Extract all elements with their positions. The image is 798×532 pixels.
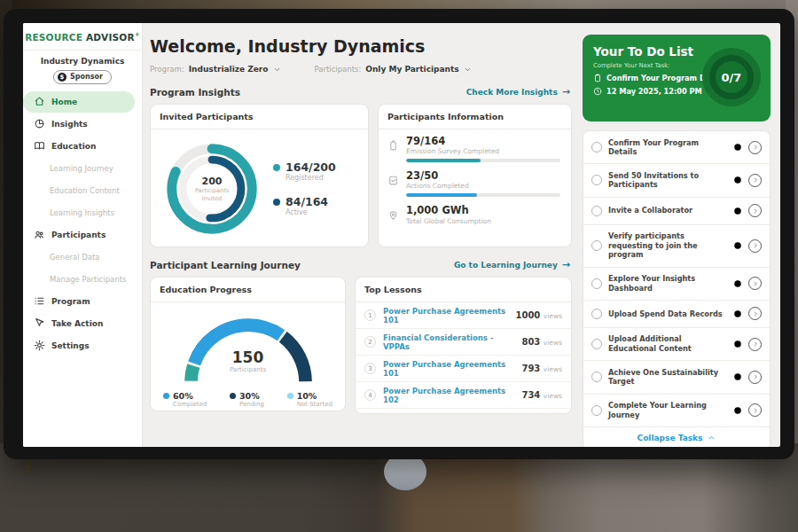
sidebar-item-settings[interactable]: Settings (23, 335, 135, 356)
insights-icon (34, 118, 45, 129)
take-action-icon (34, 317, 45, 329)
todo-item-send-50-invitations-to-participants[interactable]: Send 50 Invitations to Participants (583, 164, 770, 197)
sidebar-item-education[interactable]: Education (23, 136, 135, 157)
todo-checkbox[interactable] (591, 206, 602, 216)
filters-row: Program:Industrialize ZeroParticipants:O… (150, 65, 572, 74)
gauge-legend-completed: 60%Completed (163, 391, 207, 408)
chevron-up-icon (708, 434, 716, 443)
filter-value: Only My Participants (365, 65, 458, 74)
todo-item-upload-additional-educational-content[interactable]: Upload Additional Educational Content (583, 328, 770, 361)
chevron-right-button[interactable] (748, 403, 762, 417)
filter-value: Industrialize Zero (189, 65, 269, 74)
sidebar-item-education-content[interactable]: Education Content (23, 180, 135, 201)
legend-dot (273, 199, 280, 206)
chevron-right-button[interactable] (748, 277, 762, 290)
check-more-insights-link[interactable]: Check More Insights → (466, 86, 570, 98)
clock-icon (733, 176, 742, 184)
lesson-link[interactable]: Power Purchase Agreements 103 (383, 413, 514, 415)
lesson-row-4[interactable]: 4Power Purchase Agreements 102734 views (356, 382, 571, 409)
sidebar-item-learning-journey[interactable]: Learning Journey (23, 158, 135, 179)
todo-column: Your To Do List Complete Your Next Task:… (583, 35, 771, 447)
stat-progress-bar (406, 193, 560, 197)
legend-label: Not Started (297, 401, 332, 408)
program-insights-cards: Invited Participants (150, 104, 572, 247)
invited-participants-title: Invited Participants (151, 105, 368, 129)
chevron-right-button[interactable] (748, 307, 762, 320)
lesson-row-5[interactable]: 5Power Purchase Agreements 103600 views (356, 409, 571, 414)
lesson-row-1[interactable]: 1Power Purchase Agreements 1011000 views (356, 302, 571, 329)
todo-item-label: Complete Your Learning Journey (608, 401, 727, 419)
todo-checkbox[interactable] (591, 142, 602, 153)
sponsor-badge[interactable]: $ Sponsor (53, 70, 112, 84)
monitor-bezel: RESOURCE ADVISOR+ Industry Dynamics $ Sp… (4, 9, 794, 459)
todo-checkbox[interactable] (591, 339, 602, 349)
sidebar-item-label: Education (51, 142, 96, 151)
legend-value: 164/200 (286, 161, 336, 174)
todo-item-explore-your-insights-dashboard[interactable]: Explore Your Insights Dashboard (583, 268, 770, 301)
lesson-link[interactable]: Financial Considerations - VPPAs (383, 333, 514, 351)
lesson-link[interactable]: Power Purchase Agreements 101 (383, 307, 508, 325)
sidebar-item-take-action[interactable]: Take Action (23, 313, 135, 334)
top-lessons-title: Top Lessons (356, 278, 571, 302)
lesson-rank: 4 (364, 389, 376, 401)
todo-item-achieve-one-sustainability-target[interactable]: Achieve One Sustainability Target (583, 361, 770, 394)
chevron-right-button[interactable] (748, 239, 762, 253)
lesson-link[interactable]: Power Purchase Agreements 102 (383, 387, 514, 404)
sidebar-item-learning-insights[interactable]: Learning Insights (23, 202, 135, 223)
todo-checkbox[interactable] (591, 175, 602, 185)
todo-item-upload-spend-data-records[interactable]: Upload Spend Data Records (583, 301, 770, 328)
sidebar: RESOURCE ADVISOR+ Industry Dynamics $ Sp… (23, 23, 143, 447)
invited-legend-registered: 164/200Registered (273, 161, 336, 182)
sidebar-item-label: Manage Participants (50, 275, 126, 284)
logo-primary: RESOURCE (25, 32, 82, 43)
chevron-right-button[interactable] (748, 141, 762, 154)
sidebar-item-insights[interactable]: Insights (23, 113, 135, 135)
stat-value: 23/50 (406, 170, 560, 182)
consumption-icon (387, 207, 399, 219)
chevron-right-button[interactable] (748, 338, 762, 351)
chevron-right-button[interactable] (748, 174, 762, 187)
participants-icon (34, 229, 45, 240)
todo-item-complete-your-learning-journey[interactable]: Complete Your Learning Journey (583, 395, 770, 427)
lesson-row-2[interactable]: 2Financial Considerations - VPPAs803 vie… (356, 329, 571, 356)
legend-dot (273, 164, 280, 171)
collapse-tasks-link[interactable]: Collapse Tasks (583, 427, 770, 447)
legend-dot (230, 393, 236, 399)
todo-item-verify-participants-requesting-to-join-the-program[interactable]: Verify participants requesting to join t… (583, 225, 770, 268)
filter-participants[interactable]: Participants:Only My Participants (315, 65, 472, 74)
sidebar-item-home[interactable]: Home (23, 91, 135, 113)
todo-item-invite-a-collaborator[interactable]: Invite a Collaborator (583, 198, 770, 225)
stat-value: 1,000 GWh (406, 205, 560, 216)
invited-count: 200 (202, 176, 223, 187)
sidebar-menu: HomeInsightsEducationLearning JourneyEdu… (23, 91, 142, 357)
sidebar-item-general-data[interactable]: General Data (23, 246, 135, 268)
sidebar-item-program[interactable]: Program (23, 291, 135, 312)
filter-program[interactable]: Program:Industrialize Zero (150, 65, 281, 74)
chevron-right-button[interactable] (748, 204, 762, 217)
sponsor-icon: $ (58, 73, 66, 82)
todo-checkbox[interactable] (591, 372, 602, 382)
home-icon (34, 96, 45, 107)
todo-checkbox[interactable] (591, 240, 602, 251)
program-insights-header: Program Insights Check More Insights → (150, 86, 570, 98)
todo-checkbox[interactable] (591, 278, 602, 289)
lesson-views: 734 views (521, 390, 562, 400)
todo-checkbox[interactable] (591, 405, 602, 416)
sidebar-item-manage-participants[interactable]: Manage Participants (23, 269, 135, 290)
sidebar-item-participants[interactable]: Participants (23, 224, 135, 246)
todo-item-label: Upload Spend Data Records (608, 309, 727, 319)
todo-item-confirm-your-program-details[interactable]: Confirm Your Program Details (583, 131, 770, 164)
clock-icon (733, 406, 742, 415)
donut-center: 200 Participants Invited (160, 137, 264, 241)
section-title-program-insights: Program Insights (150, 87, 240, 98)
todo-checkbox[interactable] (591, 309, 602, 319)
stat-actions-completed: 23/50Actions Completed (387, 170, 560, 197)
chevron-right-button[interactable] (748, 371, 762, 384)
lesson-link[interactable]: Power Purchase Agreements 101 (383, 360, 514, 378)
legend-value: 84/164 (286, 196, 328, 208)
invited-donut-chart: 200 Participants Invited 164/200Register… (151, 129, 368, 241)
lesson-row-3[interactable]: 3Power Purchase Agreements 101793 views (356, 356, 571, 382)
learning-journey-header: Participant Learning Journey Go to Learn… (150, 259, 570, 270)
gauge-legend-not-started: 10%Not Started (287, 391, 332, 408)
go-to-learning-journey-link[interactable]: Go to Learning Journey → (454, 259, 570, 270)
